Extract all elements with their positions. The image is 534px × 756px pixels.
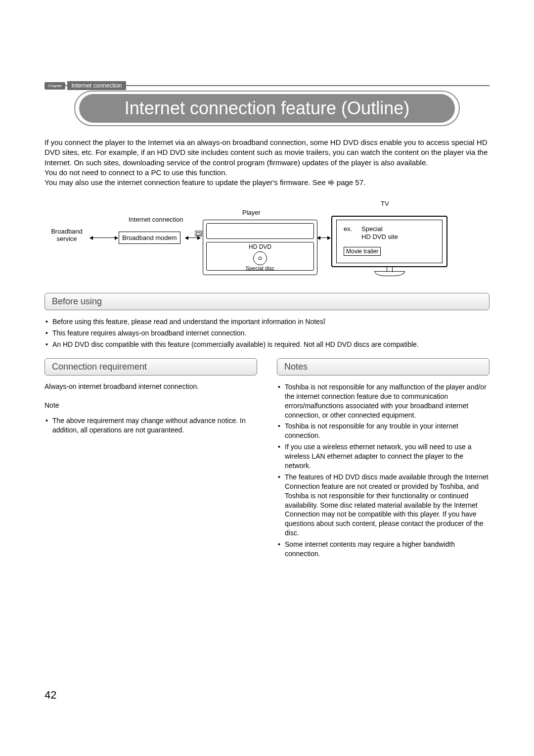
page-number: 42: [44, 689, 56, 702]
box-broadband-modem: Broadband modem: [119, 232, 180, 244]
tv-screen: ex. Special HD DVD site Movie trailer: [336, 220, 443, 263]
col-notes: Notes Toshiba is not responsible for any…: [277, 358, 490, 561]
intro-p3b: page 57.: [337, 178, 365, 187]
label-hd-dvd: HD DVD: [249, 243, 271, 250]
note-subheading: Note: [44, 401, 257, 409]
heading-before-using: Before using: [44, 293, 490, 310]
heading-notes: Notes: [277, 358, 490, 376]
label-movie-trailer: Movie trailer: [344, 247, 381, 256]
label-broadband-service: Broadband service: [44, 228, 89, 242]
connection-diagram: Broadband service Broadband modem Intern…: [44, 200, 490, 284]
heading-connection-requirement: Connection requirement: [44, 358, 257, 376]
header-badge: Chapter Internet connection: [44, 81, 126, 90]
label-tv: TV: [381, 200, 389, 207]
label-ex: ex.: [344, 225, 352, 233]
arrow-modem-player: [185, 237, 200, 238]
list-item: The above requirement may change without…: [44, 416, 257, 435]
list-item: If you use a wireless ethernet network, …: [277, 442, 490, 471]
label-player: Player: [242, 209, 261, 216]
intro-p3: You may also use the internet connection…: [44, 178, 490, 188]
intro-text: If you connect the player to the Interne…: [44, 138, 490, 188]
svg-rect-1: [196, 233, 200, 235]
columns: Connection requirement Always-on interne…: [44, 358, 490, 561]
label-special-disc: Special disc: [246, 265, 275, 271]
arrow-service-modem: [90, 237, 118, 238]
page-title: Internet connection feature (Outline): [125, 98, 409, 119]
connection-requirement-text: Always-on internet broadband internet co…: [44, 382, 257, 390]
player-top-deck: [206, 223, 314, 239]
intro-p1: If you connect the player to the Interne…: [44, 138, 490, 168]
tv-box: ex. Special HD DVD site Movie trailer: [331, 207, 447, 276]
chapter-label: Chapter: [44, 82, 65, 90]
player-box: HD DVD Special disc: [203, 220, 317, 275]
col-connection-requirement: Connection requirement Always-on interne…: [44, 358, 257, 561]
disc-icon: [253, 251, 267, 265]
title-container: Internet connection feature (Outline): [44, 94, 490, 123]
list-item: This feature requires always-on broadban…: [44, 329, 490, 338]
manual-page: Chapter Internet connection Internet con…: [0, 0, 534, 756]
connection-note-list: The above requirement may change without…: [44, 416, 257, 435]
list-item: Toshiba is not responsible for any troub…: [277, 422, 490, 440]
lan-port-icon: [195, 230, 204, 237]
label-internet-connection: Internet connection: [129, 216, 183, 223]
label-special-site: Special HD DVD site: [361, 225, 398, 240]
before-using-list: Before using this feature, please read a…: [44, 317, 490, 349]
arrow-player-tv: [317, 237, 330, 238]
list-item: An HD DVD disc compatible with this feat…: [44, 340, 490, 349]
title-pill: Internet connection feature (Outline): [79, 94, 455, 123]
page-ref-arrow-icon: [328, 178, 335, 188]
list-item: The features of HD DVD discs made availa…: [277, 472, 490, 538]
intro-p2: You do not need to connect to a PC to us…: [44, 168, 490, 178]
list-item: Toshiba is not responsible for any malfu…: [277, 382, 490, 420]
list-item: Before using this feature, please read a…: [44, 317, 490, 327]
intro-p3a: You may also use the internet connection…: [44, 178, 328, 187]
player-body: HD DVD Special disc: [206, 242, 314, 271]
section-label: Internet connection: [67, 81, 126, 90]
list-item: Some internet contents may require a hig…: [277, 540, 490, 559]
notes-list: Toshiba is not responsible for any malfu…: [277, 382, 490, 559]
